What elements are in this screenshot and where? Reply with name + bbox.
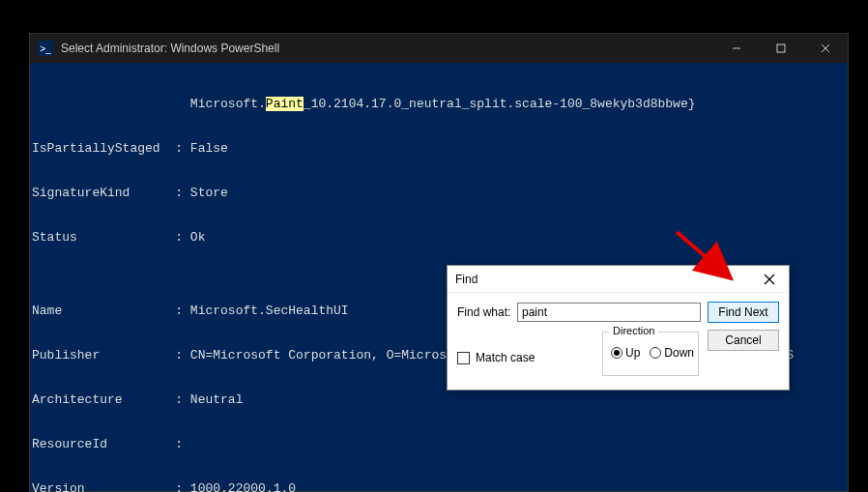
output-line: Version : 1000.22000.1.0 <box>32 481 846 492</box>
close-button[interactable] <box>803 34 848 63</box>
output-line: Microsoft.Paint_10.2104.17.0_neutral_spl… <box>32 97 846 111</box>
powershell-window: >_ Select Administrator: Windows PowerSh… <box>29 33 849 492</box>
window-title: Select Administrator: Windows PowerShell <box>61 42 714 55</box>
match-case-checkbox[interactable]: Match case <box>457 351 535 364</box>
highlighted-match: Paint <box>266 97 304 111</box>
find-dialog-title: Find <box>455 273 758 286</box>
output-line: SignatureKind : Store <box>32 186 846 200</box>
radio-icon <box>611 347 622 359</box>
match-case-label: Match case <box>476 351 535 364</box>
output-line: Architecture : Neutral <box>32 392 846 407</box>
find-dialog: Find Find what: Find Next Cancel Match c… <box>447 265 790 391</box>
radio-icon <box>650 347 661 359</box>
find-next-button[interactable]: Find Next <box>708 302 779 323</box>
output-line: IsPartiallyStaged : False <box>32 141 846 156</box>
svg-rect-1 <box>777 44 785 52</box>
cancel-button[interactable]: Cancel <box>708 330 779 351</box>
find-what-input[interactable] <box>517 303 701 322</box>
minimize-button[interactable] <box>714 34 759 63</box>
maximize-button[interactable] <box>759 34 803 63</box>
output-line: ResourceId : <box>32 437 846 451</box>
powershell-icon: >_ <box>38 41 53 56</box>
find-dialog-header[interactable]: Find <box>448 266 789 293</box>
find-close-button[interactable] <box>758 268 781 291</box>
find-dialog-body: Find what: Find Next Cancel Match case D… <box>448 293 789 390</box>
output-line: Status : Ok <box>32 230 846 245</box>
close-icon <box>764 274 775 285</box>
direction-group: Direction Up Down <box>602 332 699 376</box>
direction-legend: Direction <box>609 325 658 336</box>
window-controls <box>714 34 848 63</box>
titlebar: >_ Select Administrator: Windows PowerSh… <box>30 34 848 63</box>
checkbox-icon <box>457 352 470 364</box>
find-what-label: Find what: <box>457 305 510 319</box>
direction-down-radio[interactable]: Down <box>650 346 694 360</box>
direction-up-radio[interactable]: Up <box>611 346 640 360</box>
